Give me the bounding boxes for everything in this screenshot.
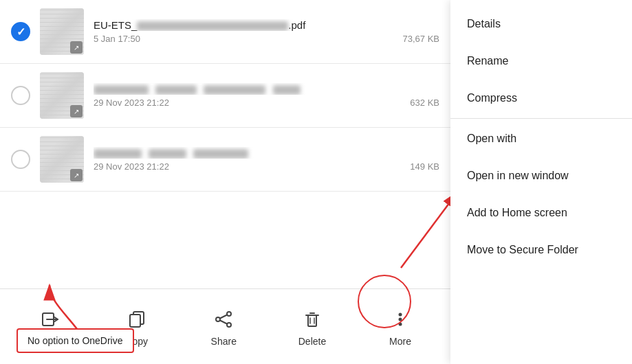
context-menu: Details Rename Compress Open with Open i… xyxy=(450,0,632,364)
file-name-2 xyxy=(94,83,439,95)
svg-point-4 xyxy=(227,312,231,316)
context-menu-rename[interactable]: Rename xyxy=(450,43,632,80)
file-thumbnail-2: ↗ xyxy=(40,72,84,119)
file-list-area: ↗ EU-ETS_.pdf 5 Jan 17:50 73,67 KB ↗ xyxy=(0,0,450,364)
svg-point-6 xyxy=(216,317,220,321)
file-checkbox-1[interactable] xyxy=(11,22,30,41)
context-menu-open-with-label: Open with xyxy=(467,133,516,144)
toolbar-share[interactable]: Share xyxy=(200,302,248,352)
file-meta-1: 5 Jan 17:50 73,67 KB xyxy=(94,34,439,44)
svg-point-14 xyxy=(399,312,402,316)
svg-line-7 xyxy=(220,315,227,318)
toolbar-delete[interactable]: Delete xyxy=(287,302,337,352)
file-meta-3: 29 Nov 2023 21:22 149 KB xyxy=(94,161,439,172)
svg-point-16 xyxy=(399,322,402,326)
file-size-2: 632 KB xyxy=(410,98,439,108)
file-thumbnail-1: ↗ xyxy=(40,8,84,55)
file-item-3[interactable]: ↗ 29 Nov 2023 21:22 149 KB xyxy=(0,128,450,192)
toolbar-share-label: Share xyxy=(211,336,237,347)
file-thumbnail-3: ↗ xyxy=(40,136,84,183)
context-menu-add-home-label: Add to Home screen xyxy=(467,207,567,218)
svg-rect-9 xyxy=(308,315,316,326)
no-option-annotation: No option to OneDrive xyxy=(17,328,134,353)
file-item-1[interactable]: ↗ EU-ETS_.pdf 5 Jan 17:50 73,67 KB xyxy=(0,0,450,64)
no-option-text: No option to OneDrive xyxy=(28,335,123,346)
file-date-3: 29 Nov 2023 21:22 xyxy=(94,161,169,172)
context-menu-separator-1 xyxy=(450,118,632,119)
toolbar-more-label: More xyxy=(389,336,411,347)
file-date-2: 29 Nov 2023 21:22 xyxy=(94,98,169,108)
context-menu-details[interactable]: Details xyxy=(450,5,632,43)
file-link-badge-1: ↗ xyxy=(70,41,83,54)
file-size-1: 73,67 KB xyxy=(403,34,440,44)
file-info-2: 29 Nov 2023 21:22 632 KB xyxy=(94,83,439,108)
context-menu-move-secure[interactable]: Move to Secure Folder xyxy=(450,231,632,269)
file-size-3: 149 KB xyxy=(410,161,439,172)
context-menu-open-with[interactable]: Open with xyxy=(450,120,632,157)
file-checkbox-2[interactable] xyxy=(11,86,30,105)
file-checkbox-3[interactable] xyxy=(11,150,30,169)
delete-icon xyxy=(300,307,325,332)
file-meta-2: 29 Nov 2023 21:22 632 KB xyxy=(94,98,439,108)
svg-line-8 xyxy=(220,320,227,323)
svg-point-5 xyxy=(227,323,231,327)
file-info-3: 29 Nov 2023 21:22 149 KB xyxy=(94,147,439,172)
file-name-3 xyxy=(94,147,439,159)
file-item-2[interactable]: ↗ 29 Nov 2023 21:22 632 KB xyxy=(0,64,450,128)
context-menu-add-home[interactable]: Add to Home screen xyxy=(450,194,632,231)
file-link-badge-2: ↗ xyxy=(70,105,83,117)
file-name-1: EU-ETS_.pdf xyxy=(94,19,439,31)
toolbar-delete-label: Delete xyxy=(298,336,326,347)
svg-rect-3 xyxy=(130,315,140,327)
context-menu-open-new-window[interactable]: Open in new window xyxy=(450,157,632,194)
more-icon xyxy=(388,307,413,332)
svg-point-15 xyxy=(399,317,402,321)
share-icon xyxy=(211,307,236,332)
file-date-1: 5 Jan 17:50 xyxy=(94,34,140,44)
context-menu-rename-label: Rename xyxy=(467,55,508,67)
context-menu-open-new-window-label: Open in new window xyxy=(467,170,569,181)
context-menu-compress-label: Compress xyxy=(467,92,517,104)
file-info-1: EU-ETS_.pdf 5 Jan 17:50 73,67 KB xyxy=(94,19,439,44)
context-menu-details-label: Details xyxy=(467,18,501,30)
toolbar-more[interactable]: More xyxy=(377,302,424,352)
context-menu-move-secure-label: Move to Secure Folder xyxy=(467,244,578,255)
context-menu-compress[interactable]: Compress xyxy=(450,80,632,117)
file-link-badge-3: ↗ xyxy=(70,169,83,181)
